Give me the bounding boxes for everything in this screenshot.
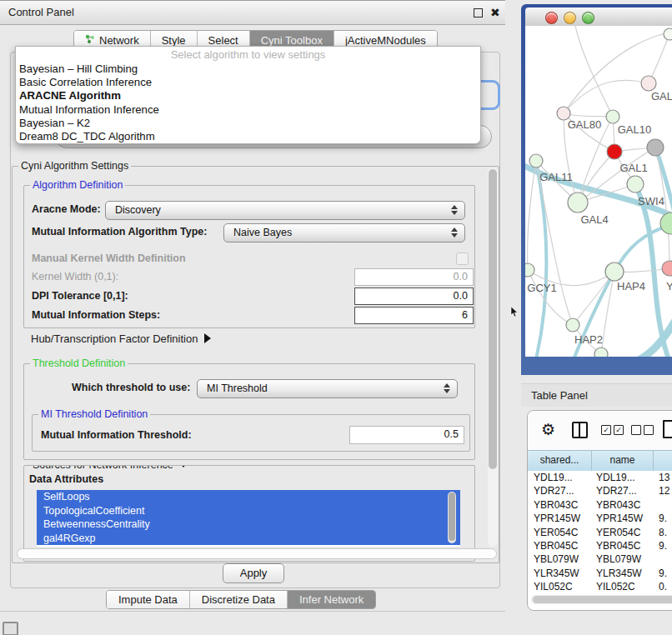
node-label-gal1: GAL1 <box>619 162 647 174</box>
tab-impute-data[interactable]: Impute Data <box>107 591 190 608</box>
algorithm-option-dream8-dc-tdc-algorithm[interactable]: Dream8 DC_TDC Algorithm <box>16 130 480 143</box>
network-node-gcy1[interactable] <box>525 263 534 277</box>
manual-kernel-checkbox[interactable] <box>456 252 469 265</box>
network-node-gal11[interactable] <box>529 154 543 168</box>
data-attributes-label: Data Attributes <box>29 472 103 487</box>
algorithm-option-basic-correlation-inference[interactable]: Basic Correlation Inference <box>16 76 480 89</box>
table-cell: YLR345W <box>592 567 654 580</box>
table-cell: YDR27... <box>528 484 592 498</box>
network-node-node-bottom[interactable] <box>594 348 608 357</box>
mi-type-value: Naive Bayes <box>233 227 292 238</box>
document-icon[interactable] <box>663 420 672 438</box>
aracne-mode-combo[interactable]: Discovery <box>105 201 465 220</box>
aracne-mode-label: Aracne Mode: <box>32 201 101 218</box>
table-row[interactable]: YBL079WYBL079W <box>528 552 672 566</box>
data-attributes-list[interactable]: SelfLoopsTopologicalCoefficientBetweenne… <box>37 490 460 547</box>
table-cell: YDL19... <box>528 471 592 484</box>
collapsed-panel-icon[interactable] <box>3 622 18 635</box>
attribute-item-topologicalcoefficient[interactable]: TopologicalCoefficient <box>37 504 460 518</box>
network-node-gal4[interactable] <box>568 192 588 212</box>
network-node-hap4[interactable] <box>605 262 624 281</box>
network-node-gal7[interactable] <box>641 76 656 91</box>
table-row[interactable]: YIL052CYIL052C0. <box>528 580 672 593</box>
algorithm-option-aracne-algorithm[interactable]: ARACNE Algorithm <box>16 89 480 102</box>
algorithm-option-bayesian-k2[interactable]: Bayesian – K2 <box>16 117 480 130</box>
network-node-node-salmon[interactable] <box>662 261 672 276</box>
attribute-item-betweennesscentrality[interactable]: BetweennessCentrality <box>37 518 460 532</box>
attribute-item-selfloops[interactable]: SelfLoops <box>37 490 460 504</box>
table-row[interactable]: YDL19...YDL19...13 <box>528 471 672 484</box>
table-header-row[interactable]: shared...nameA <box>528 450 672 472</box>
table-horizontal-scrollbar[interactable] <box>531 595 672 604</box>
mi-type-combo[interactable]: Naive Bayes <box>223 223 465 242</box>
network-canvas[interactable]: GALGAL80GAL10GAL11GAL1SWI4GAL4GCY1HAP4YH… <box>525 26 672 357</box>
control-panel-titlebar[interactable]: Control Panel ✖ <box>0 0 505 25</box>
network-node-gal1[interactable] <box>627 176 644 192</box>
algorithm-option-mutual-information-inference[interactable]: Mutual Information Inference <box>16 103 480 117</box>
node-label-y: Y <box>666 280 672 292</box>
table-cell <box>654 552 672 566</box>
scrollbar-thumb[interactable] <box>533 596 672 603</box>
network-node-node-red[interactable] <box>607 144 622 159</box>
column-header-a[interactable]: A <box>654 451 672 471</box>
which-threshold-combo[interactable]: MI Threshold <box>197 379 458 398</box>
table-cell: YLR345W <box>528 567 592 580</box>
column-header-name[interactable]: name <box>592 451 654 471</box>
settings-vertical-scrollbar[interactable] <box>488 168 498 547</box>
settings-horizontal-scrollbar[interactable] <box>17 548 497 559</box>
table-cell: YDL19... <box>592 471 654 484</box>
zoom-traffic-icon[interactable] <box>582 12 594 24</box>
unchecked-columns-icon[interactable] <box>631 425 654 435</box>
table-cell: YER054C <box>528 526 592 539</box>
mi-threshold-label: Mutual Information Threshold: <box>41 427 192 444</box>
dropdown-placeholder: Select algorithm to view settings <box>16 47 480 62</box>
control-panel-window: Control Panel ✖ NetworkStyleSelectCyni T… <box>0 0 505 612</box>
table-row[interactable]: YLR345WYLR345W9. <box>528 567 672 580</box>
kernel-width-field[interactable]: 0.0 <box>354 268 474 286</box>
table-row[interactable]: YPR145WYPR145W9. <box>528 512 672 525</box>
table-panel-titlebar[interactable]: Table Panel <box>521 383 672 407</box>
tab-infer-network[interactable]: Infer Network <box>288 591 375 608</box>
tab-discretize-data[interactable]: Discretize Data <box>190 591 288 608</box>
table-row[interactable]: YDR27...YDR27...12 <box>528 484 672 498</box>
network-node-node-gray[interactable] <box>647 139 664 156</box>
close-traffic-icon[interactable] <box>545 12 558 24</box>
minimize-traffic-icon[interactable] <box>564 12 576 24</box>
table-cell: YIL052C <box>528 580 592 593</box>
table-row[interactable]: YBR045CYBR045C9. <box>528 539 672 552</box>
checked-columns-icon[interactable]: ✓✓ <box>601 425 624 435</box>
scrollbar-thumb[interactable] <box>489 169 497 469</box>
mi-steps-field[interactable]: 6 <box>354 307 474 324</box>
scrollbar-thumb[interactable] <box>449 492 455 541</box>
network-edge <box>573 272 614 325</box>
network-node-swi4[interactable] <box>660 212 672 234</box>
gear-icon[interactable]: ⚙ <box>541 420 555 438</box>
network-window-titlebar[interactable] <box>525 8 672 27</box>
network-node-gal10[interactable] <box>606 110 619 123</box>
algorithm-dropdown-list: Select algorithm to view settings Bayesi… <box>15 46 481 144</box>
table-row[interactable]: YBR043CYBR043C <box>528 498 672 512</box>
column-view-icon[interactable] <box>572 422 588 438</box>
algorithm-definition-group: Algorithm Definition Aracne Mode: Discov… <box>23 185 475 328</box>
table-cell: 9. <box>654 567 672 580</box>
collapsed-arrow-icon <box>204 333 211 343</box>
node-label-gal10: GAL10 <box>618 123 651 136</box>
float-icon[interactable] <box>474 8 483 18</box>
network-node-node-top[interactable] <box>664 28 672 40</box>
apply-button[interactable]: Apply <box>223 563 284 583</box>
close-icon[interactable]: ✖ <box>490 4 500 21</box>
network-graph[interactable]: GALGAL80GAL10GAL11GAL1SWI4GAL4GCY1HAP4YH… <box>525 26 672 357</box>
table-row[interactable]: YER054CYER054C8. <box>528 526 672 539</box>
attribute-item-gal4rgexp[interactable]: gal4RGexp <box>37 532 460 546</box>
hub-definition-toggle[interactable]: Hub/Transcription Factor Definition <box>31 332 211 347</box>
sources-title[interactable]: Sources for Network Inference <box>30 465 191 472</box>
mi-threshold-field[interactable]: 0.5 <box>349 426 464 444</box>
table-card: ⚙ ✓✓ shared...nameA YDL19...YDL19...13YD… <box>527 410 672 611</box>
list-scrollbar[interactable] <box>448 492 456 543</box>
network-view-window[interactable]: GALGAL80GAL10GAL11GAL1SWI4GAL4GCY1HAP4YH… <box>521 4 672 375</box>
network-node-hap2[interactable] <box>566 318 579 332</box>
algorithm-option-bayesian-hill-climbing[interactable]: Bayesian – Hill Climbing <box>16 62 480 76</box>
column-header-shared[interactable]: shared... <box>528 451 592 471</box>
dpi-tolerance-field[interactable]: 0.0 <box>354 288 474 305</box>
table-body[interactable]: YDL19...YDL19...13YDR27...YDR27...12YBR0… <box>528 471 672 594</box>
